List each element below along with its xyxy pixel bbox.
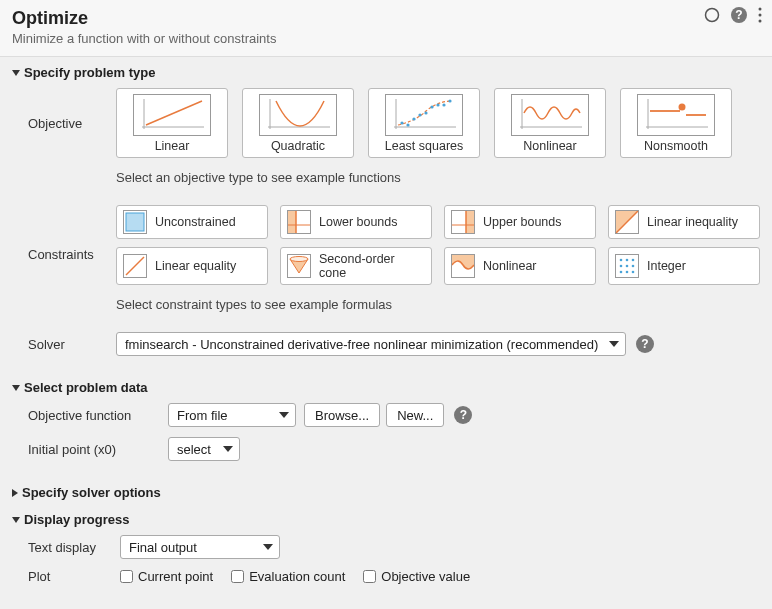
objective-card-least-squares[interactable]: Least squares (368, 88, 480, 158)
chevron-down-icon (279, 412, 289, 418)
chevron-down-icon (609, 341, 619, 347)
svg-point-43 (632, 259, 635, 262)
caret-down-icon (12, 70, 20, 76)
row-solver: Solver fminsearch - Unconstrained deriva… (28, 332, 760, 356)
status-circle-icon[interactable] (704, 7, 720, 23)
header: Optimize Minimize a function with or wit… (0, 0, 772, 57)
page-title: Optimize (12, 8, 760, 29)
section-display-progress: Display progress Text display Final outp… (0, 504, 772, 600)
objective-card-label: Nonsmooth (625, 139, 727, 153)
checkbox-label: Evaluation count (249, 569, 345, 584)
constraint-card-nonlinear[interactable]: Nonlinear (444, 247, 596, 285)
section-toggle-specify-problem-type[interactable]: Specify problem type (12, 63, 760, 82)
browse-button[interactable]: Browse... (304, 403, 380, 427)
svg-point-42 (626, 259, 629, 262)
svg-point-46 (632, 265, 635, 268)
section-toggle-select-problem-data[interactable]: Select problem data (12, 378, 760, 397)
solver-select[interactable]: fminsearch - Unconstrained derivative-fr… (116, 332, 626, 356)
initial-point-select-value: select (177, 442, 211, 457)
svg-point-44 (620, 265, 623, 268)
objective-function-help-icon[interactable]: ? (454, 406, 472, 424)
constraint-card-label: Integer (647, 259, 686, 273)
svg-point-48 (626, 271, 629, 274)
text-display-select[interactable]: Final output (120, 535, 280, 559)
objective-card-label: Least squares (373, 139, 475, 153)
section-title: Display progress (24, 512, 130, 527)
checkbox-input[interactable] (363, 570, 376, 583)
svg-line-38 (126, 257, 144, 275)
objective-function-select[interactable]: From file (168, 403, 296, 427)
page-subtitle: Minimize a function with or without cons… (12, 31, 760, 46)
constraint-card-integer[interactable]: Integer (608, 247, 760, 285)
quadratic-icon (259, 94, 337, 136)
caret-right-icon (12, 489, 18, 497)
objective-card-label: Quadratic (247, 139, 349, 153)
svg-point-15 (412, 117, 415, 120)
objective-card-linear[interactable]: Linear (116, 88, 228, 158)
objective-card-nonlinear[interactable]: Nonlinear (494, 88, 606, 158)
label-objective: Objective (28, 116, 116, 131)
constraint-card-linear-inequality[interactable]: Linear inequality (608, 205, 760, 239)
svg-line-8 (146, 101, 202, 125)
constraint-card-label: Nonlinear (483, 259, 537, 273)
section-toggle-specify-solver-options[interactable]: Specify solver options (12, 483, 760, 502)
integer-icon (615, 254, 639, 278)
header-actions: ? (704, 6, 762, 24)
checkbox-evaluation-count[interactable]: Evaluation count (231, 569, 345, 584)
checkbox-objective-value[interactable]: Objective value (363, 569, 470, 584)
nonlinear-constraint-icon (451, 254, 475, 278)
nonsmooth-icon (637, 94, 715, 136)
checkbox-input[interactable] (231, 570, 244, 583)
svg-rect-33 (466, 211, 474, 233)
svg-point-21 (448, 99, 451, 102)
upper-bounds-icon (451, 210, 475, 234)
initial-point-select[interactable]: select (168, 437, 240, 461)
row-objective: Objective Linear (28, 88, 760, 158)
constraint-card-lower-bounds[interactable]: Lower bounds (280, 205, 432, 239)
section-select-problem-data: Select problem data Objective function F… (0, 372, 772, 477)
section-title: Select problem data (24, 380, 148, 395)
caret-down-icon (12, 517, 20, 523)
help-icon[interactable]: ? (730, 6, 748, 24)
section-title: Specify problem type (24, 65, 155, 80)
caret-down-icon (12, 385, 20, 391)
section-toggle-display-progress[interactable]: Display progress (12, 510, 760, 529)
label-text-display: Text display (28, 540, 120, 555)
new-button[interactable]: New... (386, 403, 444, 427)
more-options-icon[interactable] (758, 7, 762, 23)
svg-rect-30 (288, 211, 296, 233)
constraint-card-second-order-cone[interactable]: Second-order cone (280, 247, 432, 285)
constraint-card-label: Second-order cone (319, 252, 425, 280)
objective-card-label: Linear (121, 139, 223, 153)
linear-icon (133, 94, 211, 136)
constraint-card-upper-bounds[interactable]: Upper bounds (444, 205, 596, 239)
constraint-card-label: Unconstrained (155, 215, 236, 229)
svg-text:?: ? (735, 8, 742, 22)
label-constraints: Constraints (28, 247, 116, 262)
constraint-card-linear-equality[interactable]: Linear equality (116, 247, 268, 285)
solver-help-icon[interactable]: ? (636, 335, 654, 353)
svg-rect-29 (126, 213, 144, 231)
chevron-down-icon (223, 446, 233, 452)
checkbox-current-point[interactable]: Current point (120, 569, 213, 584)
constraint-card-label: Upper bounds (483, 215, 562, 229)
objective-function-select-value: From file (177, 408, 228, 423)
checkbox-input[interactable] (120, 570, 133, 583)
label-initial-point: Initial point (x0) (28, 442, 168, 457)
svg-point-49 (632, 271, 635, 274)
solver-select-value: fminsearch - Unconstrained derivative-fr… (125, 337, 598, 352)
svg-point-40 (290, 257, 308, 262)
row-plot: Plot Current point Evaluation count Obje… (28, 569, 760, 584)
svg-point-20 (442, 103, 445, 106)
objective-card-nonsmooth[interactable]: Nonsmooth (620, 88, 732, 158)
constraint-card-unconstrained[interactable]: Unconstrained (116, 205, 268, 239)
lower-bounds-icon (287, 210, 311, 234)
constraint-cards: Unconstrained Lower bounds Upper bounds (116, 205, 760, 285)
objective-card-quadratic[interactable]: Quadratic (242, 88, 354, 158)
constraint-card-label: Linear inequality (647, 215, 738, 229)
row-constraints: Constraints Unconstrained Lower bounds (28, 205, 760, 285)
constraints-hint: Select constraint types to see example f… (116, 297, 392, 312)
svg-point-14 (406, 123, 409, 126)
checkbox-label: Current point (138, 569, 213, 584)
linear-inequality-icon (615, 210, 639, 234)
